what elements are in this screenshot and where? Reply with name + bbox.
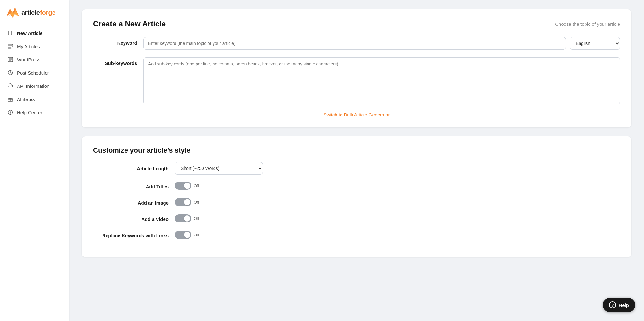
add-image-row: Add an Image Off	[93, 198, 620, 207]
add-video-label: Add a Video	[93, 217, 169, 222]
replace-keywords-thumb	[184, 232, 190, 238]
sidebar-item-label-affiliates: Affiliates	[17, 97, 35, 102]
card-title: Create a New Article	[93, 20, 166, 28]
create-article-card: Create a New Article Choose the topic of…	[82, 9, 631, 127]
replace-keywords-toggle: Off	[175, 231, 199, 240]
nav-list: New Article My Articles WordPress Post S…	[0, 26, 69, 119]
add-titles-state: Off	[194, 183, 199, 188]
add-video-toggle-label[interactable]: Off	[175, 214, 199, 222]
main-content: Create a New Article Choose the topic of…	[69, 0, 644, 321]
sidebar-item-my-articles[interactable]: My Articles	[0, 40, 69, 53]
help-button[interactable]: ? Help	[603, 298, 635, 312]
subkeywords-controls	[143, 57, 620, 104]
add-video-row: Add a Video Off	[93, 214, 620, 224]
sidebar-item-label-my-articles: My Articles	[17, 44, 40, 49]
add-image-toggle: Off	[175, 198, 199, 207]
keyword-row: Keyword English Spanish French German It…	[93, 37, 620, 50]
keyword-input[interactable]	[143, 37, 566, 50]
list-icon	[8, 43, 13, 49]
wp-icon	[8, 57, 13, 62]
keyword-label: Keyword	[93, 37, 137, 46]
sidebar-item-label-post-scheduler: Post Scheduler	[17, 70, 49, 76]
sidebar-item-wordpress[interactable]: WordPress	[0, 53, 69, 66]
article-length-row: Article Length Short (~250 Words) Medium…	[93, 162, 620, 175]
info-icon	[8, 110, 13, 115]
logo-article: article	[21, 9, 40, 16]
sidebar-item-help-center[interactable]: Help Center	[0, 106, 69, 119]
svg-rect-6	[8, 44, 13, 45]
add-video-thumb	[184, 215, 190, 222]
help-icon: ?	[609, 301, 616, 308]
customize-title: Customize your article's style	[93, 146, 620, 155]
add-titles-row: Add Titles Off	[93, 182, 620, 191]
add-video-toggle: Off	[175, 214, 199, 224]
svg-line-12	[10, 73, 11, 74]
replace-keywords-label: Replace Keywords with Links	[93, 233, 169, 238]
sidebar: articleforge New Article My Articles Wor…	[0, 0, 69, 321]
add-image-thumb	[184, 199, 190, 205]
subkeywords-row: Sub-keywords	[93, 57, 620, 104]
sidebar-item-api-information[interactable]: API Information	[0, 79, 69, 93]
help-label: Help	[619, 302, 629, 308]
sidebar-item-label-new-article: New Article	[17, 31, 42, 36]
logo-forge: forge	[40, 9, 56, 16]
language-select[interactable]: English Spanish French German Italian Po…	[570, 37, 620, 50]
add-titles-toggle: Off	[175, 182, 199, 191]
add-image-toggle-label[interactable]: Off	[175, 198, 199, 206]
sidebar-item-affiliates[interactable]: Affiliates	[0, 93, 69, 106]
switch-bulk-link[interactable]: Switch to Bulk Article Generator	[93, 112, 620, 117]
logo: articleforge	[0, 8, 69, 26]
svg-point-18	[10, 111, 11, 112]
svg-rect-7	[8, 46, 13, 47]
sidebar-item-post-scheduler[interactable]: Post Scheduler	[0, 66, 69, 79]
subkeywords-label: Sub-keywords	[93, 57, 137, 66]
customize-card: Customize your article's style Article L…	[82, 136, 631, 257]
subkeywords-input[interactable]	[143, 57, 620, 104]
add-image-label: Add an Image	[93, 200, 169, 206]
sidebar-item-new-article[interactable]: New Article	[0, 26, 69, 40]
clock-icon	[8, 70, 13, 76]
svg-rect-8	[8, 48, 11, 48]
add-image-track	[175, 198, 191, 206]
article-length-select[interactable]: Short (~250 Words) Medium (~500 Words) L…	[175, 162, 263, 175]
sidebar-item-label-help-center: Help Center	[17, 110, 42, 115]
replace-keywords-track	[175, 231, 191, 239]
card-subtitle: Choose the topic of your article	[555, 21, 620, 27]
add-titles-label: Add Titles	[93, 184, 169, 189]
logo-icon	[6, 8, 19, 18]
replace-keywords-toggle-label[interactable]: Off	[175, 231, 199, 239]
replace-keywords-state: Off	[194, 233, 199, 237]
sidebar-item-label-wordpress: WordPress	[17, 57, 40, 62]
add-titles-toggle-label[interactable]: Off	[175, 182, 199, 190]
sidebar-item-label-api-information: API Information	[17, 83, 49, 89]
article-length-label: Article Length	[93, 166, 169, 171]
card-header: Create a New Article Choose the topic of…	[93, 20, 620, 28]
add-titles-thumb	[184, 183, 190, 189]
add-titles-track	[175, 182, 191, 190]
article-length-control: Short (~250 Words) Medium (~500 Words) L…	[175, 162, 263, 175]
add-video-state: Off	[194, 216, 199, 221]
doc-icon	[8, 30, 13, 36]
replace-keywords-row: Replace Keywords with Links Off	[93, 231, 620, 240]
cloud-icon	[8, 83, 13, 89]
gift-icon	[8, 96, 13, 102]
add-image-state: Off	[194, 200, 199, 205]
add-video-track	[175, 214, 191, 222]
keyword-controls: English Spanish French German Italian Po…	[143, 37, 620, 50]
